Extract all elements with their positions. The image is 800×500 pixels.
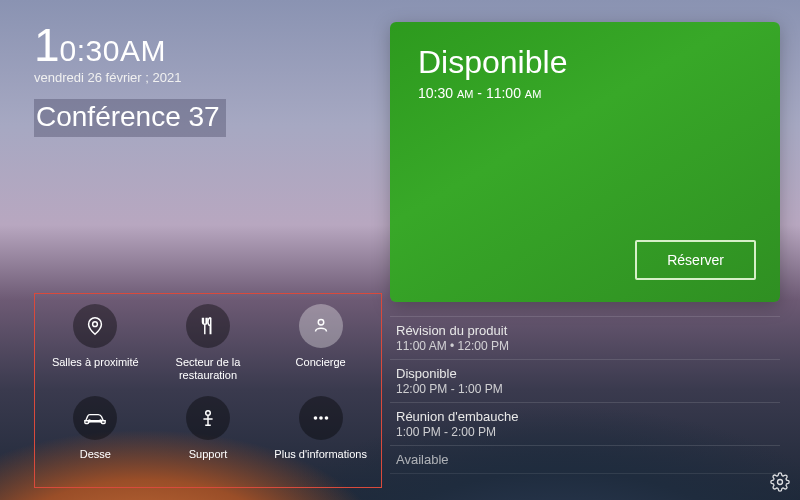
svg-point-5	[313, 416, 317, 420]
reserve-button[interactable]: Réserver	[635, 240, 756, 280]
agenda-item[interactable]: Disponible 12:00 PM - 1:00 PM	[390, 360, 780, 403]
range-sep: -	[477, 85, 486, 101]
svg-point-4	[206, 410, 211, 415]
range-start-ampm: AM	[457, 88, 474, 100]
agenda-item-time: 12:00 PM - 1:00 PM	[396, 382, 774, 396]
utensils-icon	[186, 304, 230, 348]
availability-status: Disponible	[418, 44, 752, 81]
clock-rest: 0:30	[60, 34, 120, 67]
agenda-list[interactable]: Révision du produit 11:00 AM • 12:00 PM …	[390, 316, 780, 474]
quick-action-more[interactable]: Plus d'informations	[264, 392, 377, 484]
clock-ampm: AM	[120, 34, 166, 67]
current-date: vendredi 26 février ; 2021	[34, 70, 226, 85]
settings-button[interactable]	[770, 472, 790, 492]
availability-card: Disponible 10:30 AM - 11:00 AM Réserver	[390, 22, 780, 302]
svg-point-8	[778, 480, 783, 485]
agenda-item-title: Disponible	[396, 366, 774, 381]
clock: 10:30AM	[34, 22, 226, 68]
quick-action-label: Desse	[80, 448, 111, 461]
svg-point-0	[93, 322, 98, 327]
quick-action-concierge[interactable]: Concierge	[264, 300, 377, 392]
time-block: 10:30AM vendredi 26 février ; 2021 Confé…	[34, 22, 226, 137]
more-icon	[299, 396, 343, 440]
quick-actions-panel: Salles à proximité Secteur de la restaur…	[34, 293, 382, 488]
quick-action-label: Concierge	[296, 356, 346, 369]
quick-action-support[interactable]: Support	[152, 392, 265, 484]
pin-icon	[73, 304, 117, 348]
agenda-item-title: Réunion d'embauche	[396, 409, 774, 424]
quick-action-label: Plus d'informations	[274, 448, 367, 461]
availability-range: 10:30 AM - 11:00 AM	[418, 85, 752, 101]
svg-point-1	[318, 320, 324, 326]
svg-point-7	[324, 416, 328, 420]
agenda-item[interactable]: Réunion d'embauche 1:00 PM - 2:00 PM	[390, 403, 780, 446]
clock-hour: 1	[34, 19, 60, 71]
quick-action-label: Secteur de la restauration	[153, 356, 263, 381]
agenda-item-time: 1:00 PM - 2:00 PM	[396, 425, 774, 439]
gear-icon	[770, 472, 790, 492]
quick-action-dining[interactable]: Secteur de la restauration	[152, 300, 265, 392]
quick-action-label: Salles à proximité	[52, 356, 139, 369]
quick-action-label: Support	[189, 448, 228, 461]
quick-action-nearby-rooms[interactable]: Salles à proximité	[39, 300, 152, 392]
agenda-item-title: Révision du produit	[396, 323, 774, 338]
agenda-item-title: Available	[396, 452, 774, 467]
quick-action-car[interactable]: Desse	[39, 392, 152, 484]
concierge-icon	[299, 304, 343, 348]
car-icon	[73, 396, 117, 440]
support-icon	[186, 396, 230, 440]
agenda-item-time: 11:00 AM • 12:00 PM	[396, 339, 774, 353]
agenda-item[interactable]: Révision du produit 11:00 AM • 12:00 PM	[390, 316, 780, 360]
agenda-item[interactable]: Available	[390, 446, 780, 474]
range-end: 11:00	[486, 85, 521, 101]
range-start: 10:30	[418, 85, 453, 101]
svg-point-6	[319, 416, 323, 420]
range-end-ampm: AM	[525, 88, 542, 100]
room-panel-screen: 10:30AM vendredi 26 février ; 2021 Confé…	[0, 0, 800, 500]
room-name: Conférence 37	[34, 99, 226, 137]
